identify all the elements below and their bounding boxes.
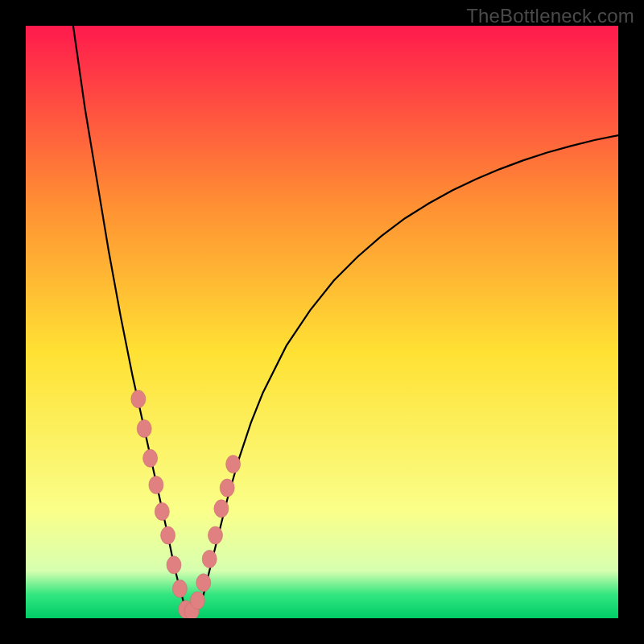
data-marker — [143, 449, 158, 467]
data-marker — [161, 526, 175, 544]
data-marker — [214, 500, 229, 518]
data-marker — [196, 574, 211, 592]
data-marker — [202, 550, 217, 568]
data-marker — [190, 592, 204, 609]
watermark-label: TheBottleneck.com — [466, 5, 634, 27]
data-marker — [131, 390, 146, 408]
data-marker — [167, 556, 181, 574]
data-marker — [220, 479, 234, 497]
data-marker — [137, 420, 151, 438]
data-marker — [172, 580, 187, 597]
gradient-background — [26, 26, 618, 618]
bottleneck-chart-svg — [26, 26, 618, 618]
data-marker — [208, 526, 223, 544]
data-marker — [226, 456, 241, 473]
chart-frame: TheBottleneck.com — [0, 0, 644, 644]
plot-area — [26, 26, 618, 618]
data-marker — [149, 476, 163, 493]
data-marker — [155, 503, 169, 521]
